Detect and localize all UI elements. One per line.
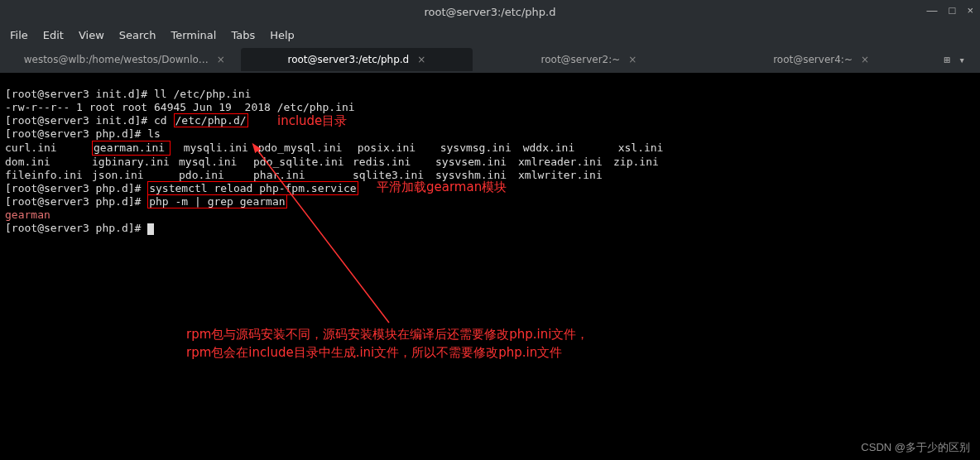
window-title: root@server3:/etc/php.d: [425, 6, 556, 18]
menu-terminal[interactable]: Terminal: [171, 29, 216, 41]
tab-westos[interactable]: westos@wlb:/home/westos/Downlo… ×: [8, 48, 241, 71]
close-button[interactable]: ×: [967, 4, 973, 17]
tab-server2[interactable]: root@server2:~ ×: [473, 48, 705, 71]
file: xsl.ini: [618, 141, 664, 155]
file: phar.ini: [253, 169, 353, 182]
file: igbinary.ini: [92, 156, 179, 169]
tabbar: westos@wlb:/home/westos/Downlo… × root@s…: [0, 46, 980, 73]
tab-label: westos@wlb:/home/westos/Downlo…: [24, 54, 209, 65]
file: xmlreader.ini: [518, 156, 613, 169]
prompt: [root@server3 init.d]#: [5, 88, 154, 100]
cursor: [147, 223, 154, 235]
output: -rw-r--r-- 1 root root 64945 Jun 19 2018…: [5, 101, 355, 113]
close-icon[interactable]: ×: [217, 54, 225, 65]
close-icon[interactable]: ×: [628, 54, 637, 65]
watermark: CSDN @多于少的区别: [861, 440, 970, 455]
output: gearman: [5, 208, 50, 221]
file: dom.ini: [5, 156, 92, 169]
tab-menu-icon[interactable]: ▾: [958, 54, 965, 66]
menu-search[interactable]: Search: [119, 29, 156, 41]
minimize-button[interactable]: —: [927, 4, 938, 17]
file: xmlwriter.ini: [518, 169, 603, 182]
file: redis.ini: [353, 156, 435, 169]
annotation-reload: 平滑加载gearman模块: [377, 180, 507, 195]
command: cd: [154, 114, 173, 127]
annotation-include: include目录: [277, 113, 347, 129]
highlight-file: gearman.ini: [92, 141, 171, 156]
file: json.ini: [92, 169, 179, 182]
prompt: [root@server3 php.d]#: [5, 127, 147, 140]
tab-server3[interactable]: root@server3:/etc/php.d ×: [241, 48, 473, 71]
tab-label: root@server4:~: [773, 54, 853, 65]
tab-label: root@server3:/etc/php.d: [287, 54, 409, 65]
highlight-path: /etc/php.d/: [174, 113, 248, 127]
terminal[interactable]: [root@server3 init.d]# ll /etc/php.ini -…: [0, 73, 980, 237]
menu-help[interactable]: Help: [270, 29, 295, 41]
prompt: [root@server3 init.d]#: [5, 114, 154, 127]
prompt: [root@server3 php.d]#: [5, 195, 147, 208]
prompt: [root@server3 php.d]#: [5, 222, 147, 234]
menu-edit[interactable]: Edit: [43, 29, 64, 41]
highlight-command: systemctl reload php-fpm.service: [147, 181, 358, 195]
titlebar: root@server3:/etc/php.d — □ ×: [0, 0, 980, 23]
menu-file[interactable]: File: [10, 29, 28, 41]
file: sysvmsg.ini: [440, 141, 523, 155]
close-icon[interactable]: ×: [861, 54, 869, 65]
tab-label: root@server2:~: [541, 54, 621, 65]
file: mysql.ini: [179, 156, 253, 169]
prompt: [root@server3 php.d]#: [5, 182, 147, 194]
tab-server4[interactable]: root@server4:~ ×: [705, 48, 938, 71]
close-icon[interactable]: ×: [417, 54, 425, 65]
annotation-rpm-line1: rpm包与源码安装不同，源码安装模块在编译后还需要修改php.ini文件，: [186, 325, 588, 343]
file: posix.ini: [358, 141, 440, 155]
command: ll /etc/php.ini: [154, 88, 251, 100]
file: fileinfo.ini: [5, 169, 92, 182]
file: pdo.ini: [179, 169, 253, 182]
menu-tabs[interactable]: Tabs: [231, 29, 255, 41]
maximize-button[interactable]: □: [949, 4, 956, 17]
file: zip.ini: [613, 156, 659, 169]
file: sysvsem.ini: [435, 156, 518, 169]
menu-view[interactable]: View: [79, 29, 104, 41]
annotation-rpm-line2: rpm包会在include目录中生成.ini文件，所以不需要修改php.in文件: [186, 343, 588, 362]
file: pdo_mysql.ini: [258, 141, 358, 155]
newtab-icon[interactable]: ⊞: [944, 54, 950, 66]
file: curl.ini: [5, 141, 92, 155]
file: pdo_sqlite.ini: [253, 156, 353, 169]
highlight-command: php -m | grep gearman: [147, 194, 286, 208]
file: wddx.ini: [523, 141, 618, 155]
menubar: File Edit View Search Terminal Tabs Help: [0, 23, 980, 46]
file: mysqli.ini: [184, 141, 258, 155]
command: ls: [147, 127, 161, 140]
